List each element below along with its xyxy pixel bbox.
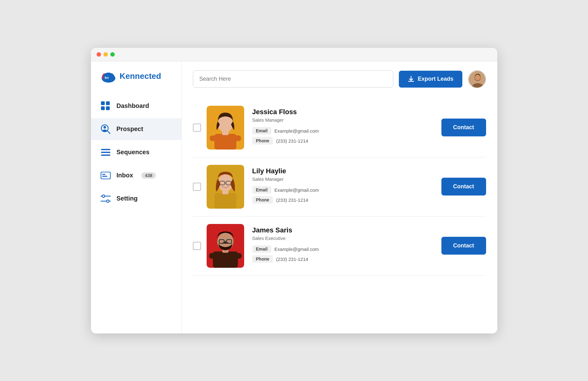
svg-rect-17 (102, 174, 105, 175)
svg-rect-18 (102, 176, 107, 177)
lead-info-2: Lily Haylie Sales Manager Email Example@… (250, 167, 436, 206)
sidebar-nav: Dashboard Prospect (91, 92, 181, 213)
lead-card-3: James Saris Sales Executive Email Exampl… (193, 216, 486, 276)
sidebar-item-setting[interactable]: Setting (91, 188, 181, 210)
lead-photo-3 (207, 224, 244, 268)
phone-label-1: Phone (252, 137, 273, 145)
lead-title-2: Sales Manager (252, 176, 436, 182)
svg-rect-15 (101, 155, 110, 156)
lead-info-1: Jessica Floss Sales Manager Email Exampl… (250, 108, 436, 147)
setting-icon (100, 193, 111, 204)
sidebar-item-sequences[interactable]: Sequences (91, 141, 181, 163)
email-label-2: Email (252, 186, 271, 194)
download-icon (408, 76, 415, 83)
lead-checkbox-1[interactable] (193, 124, 201, 132)
sidebar-item-inbox[interactable]: Inbox 438 (91, 165, 181, 186)
svg-rect-16 (101, 172, 110, 179)
export-leads-button[interactable]: Export Leads (399, 71, 462, 88)
svg-rect-13 (101, 149, 110, 150)
setting-label: Setting (117, 195, 138, 202)
sequences-label: Sequences (117, 149, 150, 156)
lead-card: Jessica Floss Sales Manager Email Exampl… (193, 98, 486, 157)
maximize-dot[interactable] (110, 52, 115, 57)
browser-titlebar (91, 48, 497, 61)
contact-button-3[interactable]: Contact (441, 237, 486, 255)
lead-info-3: James Saris Sales Executive Email Exampl… (250, 226, 436, 265)
lead-email-row-2: Email Example@gmail.com (252, 186, 436, 194)
lead-name-3: James Saris (252, 226, 436, 234)
prospect-label: Prospect (117, 125, 143, 133)
svg-line-11 (107, 131, 110, 134)
lead-phone-row-2: Phone (233) 231-1214 (252, 196, 436, 204)
svg-rect-7 (101, 106, 105, 110)
grid-icon (100, 101, 111, 111)
lead-title-1: Sales Manager (252, 117, 436, 123)
lead-card-2: Lily Haylie Sales Manager Email Example@… (193, 157, 486, 216)
dashboard-label: Dashboard (117, 102, 149, 109)
lead-email-row-3: Email Example@gmail.com (252, 245, 436, 253)
minimize-dot[interactable] (103, 52, 108, 57)
sidebar-item-prospect[interactable]: Prospect (91, 118, 181, 140)
leads-list: Jessica Floss Sales Manager Email Exampl… (193, 98, 486, 276)
contact-button-2[interactable]: Contact (441, 178, 486, 196)
search-wrapper (193, 70, 394, 88)
email-label-1: Email (252, 127, 271, 135)
svg-rect-8 (106, 106, 110, 110)
lead-name-2: Lily Haylie (252, 167, 436, 175)
lily-figure (207, 165, 244, 209)
inbox-icon (100, 170, 111, 181)
email-value-2: Example@gmail.com (274, 187, 319, 193)
lead-phone-row-3: Phone (233) 231-1214 (252, 255, 436, 263)
lead-name-1: Jessica Floss (252, 108, 436, 116)
svg-rect-14 (101, 152, 110, 153)
lead-photo-1 (207, 106, 244, 150)
user-avatar[interactable] (468, 70, 486, 88)
inbox-label: Inbox (117, 172, 133, 179)
svg-point-20 (102, 195, 105, 197)
logo-text: Kennected (120, 71, 161, 81)
topbar: Export Leads (193, 70, 486, 88)
svg-point-26 (475, 75, 480, 80)
email-label-3: Email (252, 245, 271, 253)
svg-point-10 (103, 126, 106, 129)
svg-rect-5 (101, 101, 105, 105)
close-dot[interactable] (97, 52, 101, 57)
svg-point-12 (107, 130, 107, 131)
lead-title-3: Sales Executive (252, 236, 436, 241)
phone-label-3: Phone (252, 255, 273, 263)
lead-checkbox-2[interactable] (193, 183, 201, 191)
contact-button-1[interactable]: Contact (441, 119, 486, 136)
logo-area: kn Kennected (91, 70, 181, 92)
avatar-image (469, 71, 486, 88)
svg-rect-6 (106, 101, 110, 105)
prospect-icon (100, 124, 111, 135)
phone-value-3: (233) 231-1214 (276, 257, 308, 262)
lead-email-row-1: Email Example@gmail.com (252, 127, 436, 135)
jessica-figure (207, 106, 244, 150)
email-value-1: Example@gmail.com (274, 128, 319, 134)
phone-value-1: (233) 231-1214 (276, 138, 308, 144)
phone-label-2: Phone (252, 196, 273, 204)
phone-value-2: (233) 231-1214 (276, 197, 308, 203)
svg-rect-29 (232, 135, 241, 141)
lead-photo-2 (207, 165, 244, 209)
search-input[interactable] (193, 70, 394, 88)
main-content: Export Leads (182, 61, 497, 333)
browser-window: kn Kennected (91, 48, 497, 333)
sidebar-item-dashboard[interactable]: Dashboard (91, 95, 181, 117)
logo-icon: kn (100, 70, 117, 83)
sidebar: kn Kennected (91, 61, 182, 333)
james-figure (207, 224, 244, 268)
sequences-icon (100, 147, 111, 158)
svg-rect-40 (232, 253, 242, 259)
svg-rect-39 (209, 253, 219, 259)
lead-checkbox-3[interactable] (193, 242, 201, 250)
svg-text:kn: kn (105, 76, 109, 79)
lead-phone-row-1: Phone (233) 231-1214 (252, 137, 436, 145)
app-layout: kn Kennected (91, 61, 497, 333)
email-value-3: Example@gmail.com (274, 246, 319, 252)
inbox-badge: 438 (141, 172, 156, 179)
svg-rect-28 (210, 135, 219, 141)
svg-point-22 (107, 200, 109, 202)
svg-rect-32 (214, 193, 236, 209)
